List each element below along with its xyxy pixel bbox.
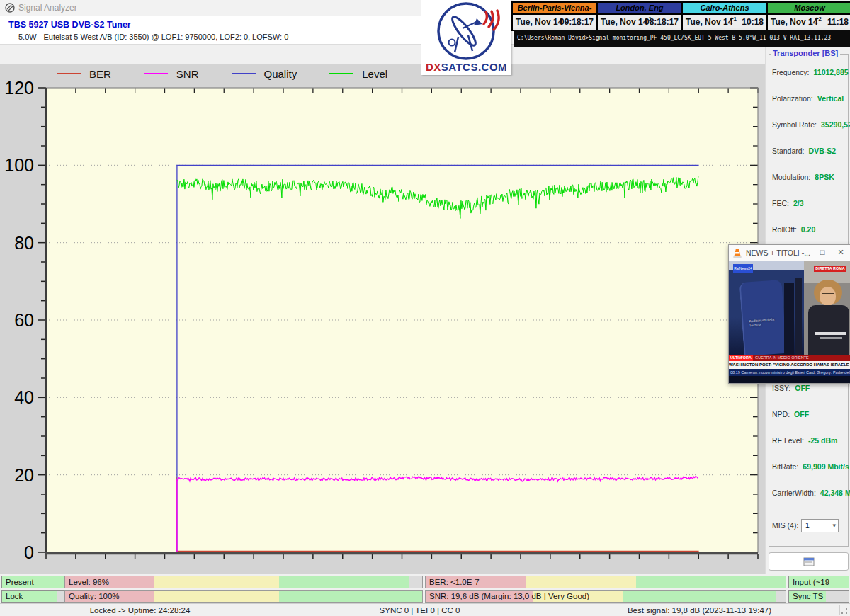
podium: Auditorium della Tecnica <box>739 280 786 356</box>
channel-logo: RaiNews24 <box>733 264 753 273</box>
field-mis-label: MIS (4): <box>772 521 798 530</box>
video-title-bar[interactable]: NEWS + TITOLI -... — □ ✕ <box>729 245 850 262</box>
legend-item-level: Level <box>329 68 387 80</box>
live-badge: DIRETTA ROMA <box>814 266 846 272</box>
resize-grip[interactable] <box>840 607 849 615</box>
snr-bar: SNR: 19,6 dB (Margin: 13,0 dB | Very Goo… <box>425 590 786 603</box>
signal-monitor-panel: BERSNRQualityLevel 020406080100120 <box>0 64 765 574</box>
vlc-video-window[interactable]: NEWS + TITOLI -... — □ ✕ Auditorium dell… <box>728 244 850 384</box>
status-best-signal: Best signal: 19,8 dB (2023-11-13 19:47) <box>560 605 839 616</box>
dxsatcs-logo: DXSATCS.COM <box>421 0 511 75</box>
stream-icon <box>803 557 815 566</box>
legend-swatch <box>329 73 353 75</box>
close-button[interactable]: ✕ <box>835 247 846 258</box>
ticker-strip: 08:19 Camerun: nuovo ministro degli Este… <box>729 369 850 376</box>
field-polarization: Polarization:Vertical <box>772 94 844 103</box>
legend-label: BER <box>89 68 111 80</box>
legend-label: Level <box>362 68 387 80</box>
svg-text:80: 80 <box>14 233 34 253</box>
headline-strip: WASHINGTON POST: "VICINO ACCORDO HAMAS-I… <box>729 361 850 369</box>
clock-city: Moscow <box>768 3 850 15</box>
mis-dropdown[interactable]: 1 ▾ <box>801 519 839 532</box>
svg-text:100: 100 <box>4 155 34 175</box>
field-rolloff: RollOff:0.20 <box>772 225 815 234</box>
field-issy: ISSY:OFF <box>772 384 810 392</box>
video-bottom-edge <box>729 376 850 383</box>
legend-item-ber: BER <box>57 68 111 80</box>
field-symbol-rate: Symbol Rate:35290,527 KS/s <box>772 120 850 129</box>
app-icon <box>5 3 15 13</box>
sync-ts-badge: Sync TS <box>788 590 849 603</box>
legend-swatch <box>232 73 256 75</box>
svg-text:0: 0 <box>24 542 34 562</box>
ber-bar: BER: <1.0E-7 <box>425 576 786 588</box>
console-line: C:\Users\Roman Dávid>Signal monitoring_P… <box>514 30 850 47</box>
signal-chart: 020406080100120 <box>0 64 765 574</box>
lock-badge: Lock <box>1 590 64 603</box>
transponder-title: Transponder [BS] <box>771 49 840 57</box>
field-fec: FEC:2/3 <box>772 199 804 207</box>
satellite-dish-icon <box>421 0 511 62</box>
field-modulation: Modulation:8PSK <box>772 173 834 181</box>
field-standard: Standard:DVB-S2 <box>772 147 836 155</box>
present-badge: Present <box>1 576 64 588</box>
reporter-face <box>820 287 836 306</box>
silhouette <box>784 283 794 355</box>
mis-value: 1 <box>805 521 810 530</box>
chevron-down-icon: ▾ <box>832 520 836 532</box>
news-scene: Auditorium della Tecnica RaiNews24 DIRET… <box>729 261 850 355</box>
reporter-glasses <box>822 293 834 296</box>
reporter-body <box>808 305 849 355</box>
field-carrierwidth: CarrierWidth:42,348 MHz <box>772 489 850 497</box>
legend-label: SNR <box>176 68 199 80</box>
field-rf-level: RF Level:-25 dBm <box>772 436 837 445</box>
vlc-cone-icon <box>732 248 742 258</box>
legend-swatch <box>57 73 81 75</box>
caption-role-bar <box>820 337 842 339</box>
minimize-button[interactable]: — <box>797 247 808 258</box>
field-npd: NPD:OFF <box>772 410 809 418</box>
tuner-settings: 5.0W - Eutelsat 5 West A/B (ID: 3550) @ … <box>18 33 288 41</box>
clock-berlin: Berlin-Paris-Vienna-Roma Tue, Nov 1409:1… <box>513 3 596 30</box>
tuner-name: TBS 5927 USB DVB-S2 Tuner <box>8 20 131 30</box>
clock-moscow: Moscow Tue, Nov 14+211:18 <box>768 3 850 30</box>
silhouette <box>795 278 802 355</box>
svg-text:40: 40 <box>14 387 34 407</box>
app-window: Signal Analyzer TBS 5927 USB DVB-S2 Tune… <box>0 0 850 616</box>
video-content[interactable]: Auditorium della Tecnica RaiNews24 DIRET… <box>729 261 850 383</box>
svg-text:20: 20 <box>14 465 34 485</box>
legend-label: Quality <box>264 68 298 80</box>
chart-legend: BERSNRQualityLevel <box>57 67 387 80</box>
clock-city: Cairo-Athens <box>683 3 766 15</box>
svg-text:120: 120 <box>4 78 34 98</box>
status-sync: SYNC 0 | TEI 0 | CC 0 <box>280 605 560 616</box>
field-bitrate: BitRate:69,909 Mbit/s <box>772 462 849 471</box>
breaking-tag: ULTIM'ORA <box>729 355 753 361</box>
status-uptime: Locked -> Uptime: 24:28:24 <box>0 605 280 616</box>
input-badge: Input (~19 Mbps) <box>788 576 849 588</box>
clock-city: London, Eng <box>598 3 681 15</box>
status-bar: Locked -> Uptime: 24:28:24 SYNC 0 | TEI … <box>0 603 850 616</box>
legend-swatch <box>144 73 168 75</box>
level-bar: Level: 96% <box>64 576 423 588</box>
world-clocks: Berlin-Paris-Vienna-Roma Tue, Nov 1409:1… <box>511 1 850 31</box>
quality-bar: Quality: 100% <box>64 590 423 603</box>
maximize-button[interactable]: □ <box>817 247 828 258</box>
breaking-strip: ULTIM'ORA GUERRA IN MEDIO ORIENTE <box>729 355 850 361</box>
clock-london: London, Eng Tue, Nov 14-108:18:17 <box>598 3 681 30</box>
legend-item-quality: Quality <box>232 68 298 80</box>
svg-text:60: 60 <box>14 310 34 330</box>
breaking-topic: GUERRA IN MEDIO ORIENTE <box>753 355 809 361</box>
window-title: Signal Analyzer <box>18 3 77 13</box>
monitor-rows: Present Level: 96% BER: <1.0E-7 Input (~… <box>0 574 850 603</box>
logo-text: DXSATCS.COM <box>421 61 511 73</box>
caption-name-bar <box>815 332 846 335</box>
clock-city: Berlin-Paris-Vienna-Roma <box>513 3 596 15</box>
field-frequency: Frequency:11012,885 MHz <box>772 68 850 76</box>
legend-item-snr: SNR <box>144 68 199 80</box>
clock-cairo: Cairo-Athens Tue, Nov 14+110:18 <box>683 3 766 30</box>
stream-settings-button[interactable] <box>769 552 849 571</box>
